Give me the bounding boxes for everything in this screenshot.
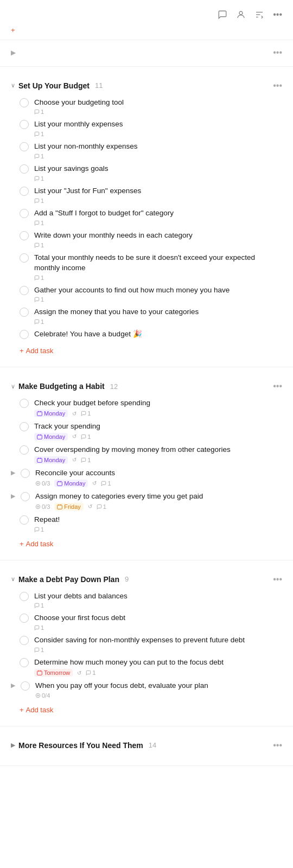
comment-count: 1 xyxy=(34,175,44,182)
section-more-icon[interactable]: ••• xyxy=(273,575,282,584)
task-content: List your monthly expenses 1 xyxy=(34,119,282,137)
more-icon[interactable]: ••• xyxy=(273,10,282,20)
task-checkbox[interactable] xyxy=(20,253,29,263)
add-task-label: Add task xyxy=(26,706,54,714)
welcome-more-icon[interactable]: ••• xyxy=(273,48,282,58)
task-name: Choose your first focus debt xyxy=(34,613,282,623)
task-name: Gather your accounts to find out how muc… xyxy=(34,285,282,296)
section-more-icon[interactable]: ••• xyxy=(273,81,282,91)
header: ••• + xyxy=(0,0,293,40)
task-checkbox[interactable] xyxy=(20,231,29,240)
section-add-task[interactable]: + Add task xyxy=(0,537,293,551)
task-content: Gather your accounts to find out how muc… xyxy=(34,285,282,303)
task-checkbox[interactable] xyxy=(21,492,30,501)
task-item: Celebrate! You have a budget 🎉 xyxy=(0,327,293,341)
section-expand-icon[interactable]: ▶ xyxy=(11,742,15,749)
task-name: Assign the money that you have to your c… xyxy=(34,307,282,317)
task-item: Choose your budgeting tool 1 xyxy=(0,95,293,117)
section-header: ∨ Set Up Your Budget 11 ••• xyxy=(0,75,293,94)
task-meta: Tomorrow↺1 xyxy=(34,669,282,676)
person-icon[interactable] xyxy=(236,10,246,20)
repeat-icon: ↺ xyxy=(88,503,92,509)
task-item: List your "Just for Fun" expenses 1 xyxy=(0,183,293,206)
task-content: Reconcile your accounts 0/3 Monday↺1 xyxy=(35,468,282,487)
task-name: Add a "Stuff I forgot to budget for" cat… xyxy=(34,208,282,219)
task-checkbox[interactable] xyxy=(20,592,29,601)
task-item: List your savings goals 1 xyxy=(0,161,293,183)
task-expand-arrow[interactable]: ▶ xyxy=(11,682,15,689)
task-item: List your non-monthly expenses 1 xyxy=(0,139,293,161)
section-more-icon[interactable]: ••• xyxy=(273,381,282,391)
repeat-icon: ↺ xyxy=(72,411,77,417)
task-name: Total your monthly needs to be sure it d… xyxy=(34,253,282,273)
task-checkbox[interactable] xyxy=(20,187,29,196)
section-more-icon[interactable]: ••• xyxy=(273,741,282,750)
comment-count: 1 xyxy=(34,197,44,204)
task-name: Consider saving for non-monthly expenses… xyxy=(34,635,282,646)
welcome-left: ▶ xyxy=(11,48,30,59)
task-checkbox[interactable] xyxy=(20,142,29,151)
task-checkbox[interactable] xyxy=(20,330,29,339)
sections-container: ∨ Set Up Your Budget 11 ••• Choose your … xyxy=(0,75,293,775)
comment-count: 1 xyxy=(34,526,44,533)
task-meta: 1 xyxy=(34,197,282,204)
task-content: Assign money to categories every time yo… xyxy=(35,492,282,510)
section-expand-icon[interactable]: ∨ xyxy=(11,576,15,583)
task-content: Write down your monthly needs in each ca… xyxy=(34,231,282,248)
section-expand-icon[interactable]: ∨ xyxy=(11,82,15,89)
task-name: Determine how much money you can put to … xyxy=(34,658,282,668)
task-checkbox[interactable] xyxy=(20,308,29,317)
task-checkbox[interactable] xyxy=(20,636,29,645)
task-meta: Monday↺1 xyxy=(34,456,282,464)
task-checkbox[interactable] xyxy=(20,515,29,525)
task-meta: 1 xyxy=(34,296,282,303)
subtask-count: 0/4 xyxy=(35,692,50,699)
task-expand-arrow[interactable]: ▶ xyxy=(11,493,15,500)
comment-count: 1 xyxy=(101,480,111,487)
task-checkbox[interactable] xyxy=(20,658,29,667)
task-checkbox[interactable] xyxy=(20,614,29,623)
sort-icon[interactable] xyxy=(254,10,264,20)
task-meta: 1 xyxy=(34,242,282,248)
section-expand-icon[interactable]: ∨ xyxy=(11,383,15,390)
section-title: Set Up Your Budget xyxy=(18,81,90,90)
task-checkbox[interactable] xyxy=(20,209,29,218)
section-spacer-2 xyxy=(0,766,293,775)
section-add-task[interactable]: + Add task xyxy=(0,343,293,358)
section-add-task[interactable]: + Add task xyxy=(0,703,293,717)
add-task-button[interactable]: + xyxy=(0,23,293,40)
comment-count: 1 xyxy=(81,457,91,463)
task-checkbox[interactable] xyxy=(20,422,29,431)
task-list: Choose your budgeting tool 1 List your m… xyxy=(0,94,293,344)
task-checkbox[interactable] xyxy=(21,681,30,691)
task-checkbox[interactable] xyxy=(20,164,29,174)
task-checkbox[interactable] xyxy=(21,469,30,478)
task-content: Check your budget before spending Monday… xyxy=(34,398,282,417)
header-actions: ••• xyxy=(218,10,282,20)
section-title: Make a Debt Pay Down Plan xyxy=(18,575,119,584)
task-content: Determine how much money you can put to … xyxy=(34,658,282,676)
section-title: More Resources If You Need Them xyxy=(18,741,143,750)
comment-count: 1 xyxy=(97,503,106,510)
task-name: Reconcile your accounts xyxy=(35,468,282,478)
task-content: Total your monthly needs to be sure it d… xyxy=(34,253,282,281)
welcome-expand-icon[interactable]: ▶ xyxy=(11,49,16,56)
task-checkbox[interactable] xyxy=(20,445,29,455)
task-checkbox[interactable] xyxy=(20,98,29,107)
task-checkbox[interactable] xyxy=(20,399,29,408)
task-checkbox[interactable] xyxy=(20,120,29,129)
comment-icon[interactable] xyxy=(218,10,227,20)
task-checkbox[interactable] xyxy=(20,286,29,295)
task-item: Assign the money that you have to your c… xyxy=(0,304,293,327)
comment-count: 1 xyxy=(34,131,44,137)
task-expand-arrow[interactable]: ▶ xyxy=(11,469,15,476)
section-title: Make Budgeting a Habit xyxy=(18,382,105,391)
task-meta: Monday↺1 xyxy=(34,433,282,441)
task-list: Check your budget before spending Monday… xyxy=(0,394,293,536)
section-header-left: ▶ More Resources If You Need Them 14 xyxy=(11,741,156,750)
task-item: Track your spending Monday↺1 xyxy=(0,419,293,442)
task-name: List your savings goals xyxy=(34,164,282,174)
task-content: When you pay off your focus debt, evalua… xyxy=(35,681,282,699)
task-name: Cover overspending by moving money from … xyxy=(34,445,282,455)
section-header: ∨ Make Budgeting a Habit 12 ••• xyxy=(0,376,293,394)
